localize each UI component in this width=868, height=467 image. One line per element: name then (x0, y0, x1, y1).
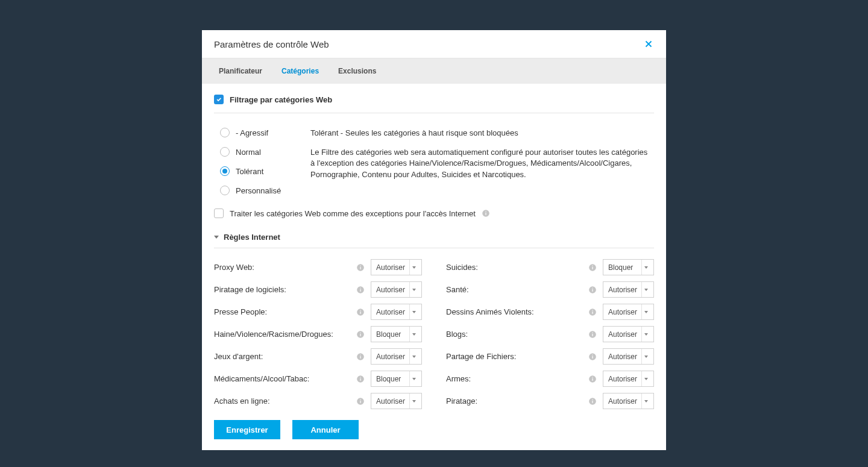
info-icon[interactable] (356, 330, 365, 339)
chevron-down-icon (641, 282, 650, 297)
tabs: PlanificateurCatégoriesExclusions (202, 58, 666, 84)
rule-label: Santé: (446, 285, 588, 294)
rule-select[interactable]: Autoriser (371, 281, 422, 298)
rule-select[interactable]: Autoriser (371, 348, 422, 365)
exception-checkbox[interactable] (214, 208, 224, 218)
rule-row: Suicides:Bloquer (446, 259, 654, 275)
filter-toggle-row: Filtrage par catégories Web (214, 95, 654, 113)
rule-select[interactable]: Autoriser (603, 304, 654, 320)
profile-radio[interactable]: Personnalisé (220, 186, 292, 195)
svg-rect-5 (360, 265, 360, 266)
info-icon[interactable] (356, 263, 365, 272)
chevron-down-icon (409, 327, 418, 342)
chevron-down-icon (641, 371, 650, 386)
select-value: Autoriser (376, 286, 405, 294)
rule-select[interactable]: Bloquer (371, 326, 422, 342)
chevron-down-icon (409, 282, 418, 297)
select-value: Autoriser (608, 330, 637, 339)
rule-select[interactable]: Autoriser (603, 393, 654, 409)
info-icon[interactable] (482, 209, 490, 218)
info-icon[interactable] (588, 263, 597, 272)
rules-title: Règles Internet (224, 233, 280, 242)
rule-select[interactable]: Autoriser (371, 259, 422, 275)
save-button[interactable]: Enregistrer (214, 420, 280, 439)
modal-body-scroll[interactable]: Filtrage par catégories Web - AgressifNo… (202, 84, 666, 415)
rule-label: Partage de Fichiers: (446, 352, 588, 361)
svg-rect-41 (592, 354, 593, 355)
modal-header: Paramètres de contrôle Web (202, 30, 666, 58)
svg-rect-40 (592, 356, 593, 358)
select-value: Bloquer (376, 375, 401, 383)
info-icon[interactable] (588, 330, 597, 339)
rule-row: Jeux d'argent:Autoriser (214, 348, 422, 365)
svg-rect-7 (360, 289, 360, 291)
select-value: Autoriser (608, 375, 637, 383)
profile-radio[interactable]: Tolérant (220, 166, 292, 176)
tab-exclusions[interactable]: Exclusions (329, 58, 386, 84)
rules-header[interactable]: Règles Internet (214, 218, 654, 248)
svg-rect-43 (592, 378, 593, 380)
svg-rect-17 (360, 354, 360, 355)
select-value: Autoriser (608, 308, 637, 316)
chevron-down-icon (409, 393, 418, 409)
profile-radio[interactable]: Normal (220, 147, 292, 157)
rule-label: Blogs: (446, 330, 588, 339)
svg-rect-16 (360, 356, 360, 358)
rule-row: Presse People:Autoriser (214, 304, 422, 320)
svg-rect-10 (360, 311, 360, 313)
rule-select[interactable]: Autoriser (371, 304, 422, 320)
info-icon[interactable] (588, 286, 597, 294)
svg-rect-23 (360, 399, 360, 400)
rules-column-left: Proxy Web:AutoriserPiratage de logiciels… (214, 259, 422, 415)
radio-icon (220, 128, 230, 137)
modal-footer: Enregistrer Annuler (202, 415, 666, 450)
tab-catégories[interactable]: Catégories (272, 58, 329, 84)
profile-description: Tolérant - Seules les catégories à haut … (310, 128, 654, 195)
chevron-down-icon (641, 327, 650, 342)
svg-rect-29 (592, 265, 593, 266)
profile-desc-body: Le Filtre des catégories web sera automa… (310, 147, 654, 180)
info-icon[interactable] (588, 308, 597, 316)
close-icon[interactable] (643, 39, 654, 49)
info-icon[interactable] (356, 375, 365, 383)
radio-icon (220, 186, 230, 195)
profile-radio[interactable]: - Agressif (220, 128, 292, 137)
rule-label: Dessins Animés Violents: (446, 307, 588, 316)
select-value: Autoriser (376, 397, 405, 406)
rule-label: Jeux d'argent: (214, 352, 356, 361)
rule-label: Achats en ligne: (214, 396, 356, 406)
rule-row: Partage de Fichiers:Autoriser (446, 348, 654, 365)
rule-select[interactable]: Autoriser (603, 348, 654, 365)
chevron-down-icon (641, 260, 650, 275)
svg-rect-13 (360, 333, 360, 336)
svg-rect-14 (360, 332, 360, 333)
info-icon[interactable] (356, 353, 365, 361)
info-icon[interactable] (356, 286, 365, 294)
svg-rect-2 (485, 212, 486, 212)
chevron-down-icon (409, 304, 418, 319)
rule-row: Dessins Animés Violents:Autoriser (446, 304, 654, 320)
exception-row: Traiter les catégories Web comme des exc… (214, 195, 654, 218)
info-icon[interactable] (588, 353, 597, 361)
svg-rect-46 (592, 400, 593, 403)
rule-select[interactable]: Autoriser (603, 371, 654, 387)
info-icon[interactable] (588, 375, 597, 383)
tab-planificateur[interactable]: Planificateur (209, 58, 272, 84)
rule-select[interactable]: Autoriser (603, 326, 654, 342)
filter-checkbox[interactable] (214, 95, 224, 104)
chevron-down-icon (409, 349, 418, 364)
rule-select[interactable]: Bloquer (371, 371, 422, 387)
svg-rect-38 (592, 332, 593, 333)
rule-label: Médicaments/Alcool/Tabac: (214, 374, 356, 383)
rule-select[interactable]: Bloquer (603, 259, 654, 275)
info-icon[interactable] (356, 397, 365, 406)
info-icon[interactable] (356, 308, 365, 316)
rule-label: Presse People: (214, 307, 356, 316)
profile-row: - AgressifNormalTolérantPersonnalisé Tol… (214, 113, 654, 195)
rule-row: Armes:Autoriser (446, 371, 654, 387)
radio-label: - Agressif (236, 128, 268, 137)
rule-select[interactable]: Autoriser (371, 393, 422, 409)
rule-select[interactable]: Autoriser (603, 281, 654, 298)
info-icon[interactable] (588, 397, 597, 406)
cancel-button[interactable]: Annuler (292, 420, 359, 439)
